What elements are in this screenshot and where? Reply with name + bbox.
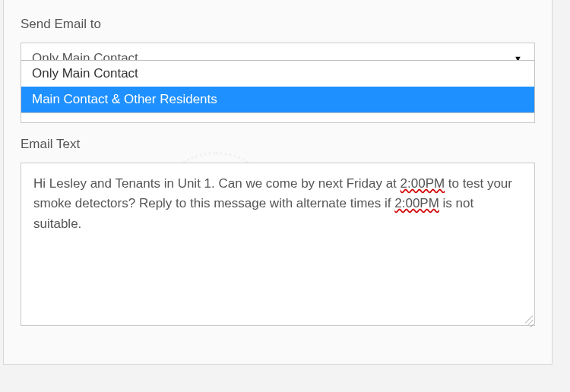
email-text-field: Email Text Hi Lesley and Tenants in Unit…	[4, 123, 552, 326]
dropdown-option-main-contact[interactable]: Only Main Contact	[21, 61, 534, 87]
email-text-segment: Hi Lesley and Tenants in Unit 1. Can we …	[33, 176, 401, 191]
email-text-label: Email Text	[21, 137, 535, 152]
send-to-label: Send Email to	[21, 17, 535, 32]
email-text-textarea[interactable]: Hi Lesley and Tenants in Unit 1. Can we …	[21, 163, 535, 326]
dropdown-option-main-and-residents[interactable]: Main Contact & Other Residents	[21, 87, 534, 112]
email-text-content: Hi Lesley and Tenants in Unit 1. Can we …	[21, 163, 534, 245]
resize-handle-icon[interactable]	[522, 313, 533, 324]
email-text-spellflag: 2:00PM	[401, 176, 445, 191]
send-to-field: Send Email to Only Main Contact ▼ Only M…	[4, 0, 552, 74]
email-text-spellflag: 2:00PM	[394, 196, 439, 210]
send-to-dropdown: Only Main Contact Main Contact & Other R…	[21, 60, 535, 113]
form-panel: ossis Send Email to Only Main Contact ▼ …	[3, 0, 553, 365]
